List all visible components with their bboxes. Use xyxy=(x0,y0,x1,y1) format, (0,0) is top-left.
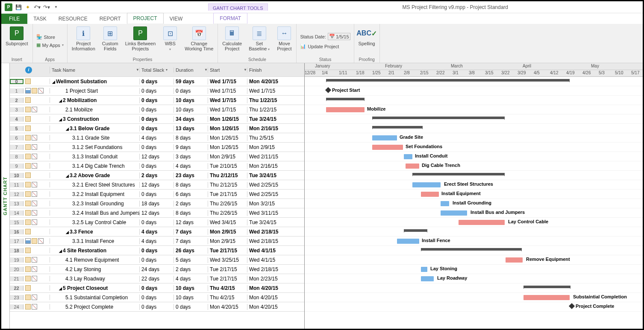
slack-cell[interactable]: 18 days xyxy=(140,201,174,207)
finish-cell[interactable]: Wed 2/18/15 xyxy=(247,266,292,272)
task-name-cell[interactable]: 3.1.3 Install Conduit xyxy=(50,154,140,160)
start-cell[interactable]: Mon 2/9/15 xyxy=(208,238,247,244)
finish-cell[interactable]: Tue 3/24/15 xyxy=(247,219,292,225)
finish-cell[interactable]: Mon 4/20/15 xyxy=(247,304,292,310)
duration-cell[interactable]: 23 days xyxy=(174,172,208,178)
finish-cell[interactable]: Mon 4/20/15 xyxy=(247,285,292,291)
table-row[interactable]: 153.2.5 Lay Control Cable0 days12 daysWe… xyxy=(10,218,304,227)
finish-cell[interactable]: Mon 3/2/15 xyxy=(247,201,292,207)
duration-cell[interactable]: 8 days xyxy=(174,182,208,188)
tab-file[interactable]: FILE xyxy=(1,14,27,24)
start-header[interactable]: Start▼ xyxy=(208,67,247,73)
task-name-cell[interactable]: 3.2.5 Lay Control Cable xyxy=(50,219,140,225)
task-bar[interactable] xyxy=(421,276,434,281)
task-bar[interactable] xyxy=(421,267,427,272)
table-row[interactable]: 235.1 Substaintial Completion0 days10 da… xyxy=(10,293,304,302)
finish-cell[interactable]: Mon 2/16/15 xyxy=(247,163,292,169)
subproject-button[interactable]: P Subproject xyxy=(5,26,29,47)
filter-arrow-icon[interactable]: ▼ xyxy=(244,68,247,72)
start-cell[interactable]: Thu 2/26/15 xyxy=(208,201,247,207)
task-name-cell[interactable]: 4.1 Remove Equipment xyxy=(50,257,140,263)
task-name-cell[interactable]: ◢3.3 Fence xyxy=(50,229,140,235)
filter-arrow-icon[interactable]: ▾ xyxy=(166,68,168,72)
finish-cell[interactable]: Mon 2/16/15 xyxy=(247,126,292,131)
task-name-cell[interactable]: 3.3.1 Install Fence xyxy=(50,238,140,244)
collapse-icon[interactable]: ◢ xyxy=(59,249,62,253)
collapse-icon[interactable]: ◢ xyxy=(59,286,62,291)
slack-cell[interactable]: 0 days xyxy=(140,79,174,85)
filter-arrow-icon[interactable]: ▼ xyxy=(136,68,139,72)
slack-cell[interactable]: 0 days xyxy=(140,107,174,113)
summary-bar[interactable] xyxy=(523,286,570,288)
summary-bar[interactable] xyxy=(326,98,365,100)
table-row[interactable]: 63.1.1 Grade Site4 days8 daysMon 1/26/15… xyxy=(10,133,304,143)
slack-cell[interactable]: 0 days xyxy=(140,144,174,150)
slack-cell[interactable]: 0 days xyxy=(140,88,174,94)
set-baseline-button[interactable]: ≣Set Baseline ▾ xyxy=(248,26,271,53)
redo-icon[interactable]: ↷▾ xyxy=(43,4,50,11)
finish-cell[interactable]: Wed 4/1/15 xyxy=(247,248,292,254)
finish-cell[interactable]: Wed 2/11/15 xyxy=(247,154,292,160)
collapse-icon[interactable]: ◢ xyxy=(65,230,69,234)
slack-cell[interactable]: 0 days xyxy=(140,163,174,169)
calculate-project-button[interactable]: 🖩Calculate Project xyxy=(221,26,243,52)
task-name-cell[interactable]: ◢2 Mobilization xyxy=(50,97,140,103)
duration-cell[interactable]: 7 days xyxy=(174,238,208,244)
slack-cell[interactable]: 4 days xyxy=(140,135,174,141)
duration-cell[interactable]: 13 days xyxy=(174,126,208,131)
task-bar[interactable] xyxy=(372,145,403,150)
row-id[interactable]: 22 xyxy=(10,286,24,291)
row-id[interactable]: 7 xyxy=(10,145,24,150)
table-row[interactable]: 18◢4 Site Restoration0 days26 daysTue 2/… xyxy=(10,246,304,255)
row-id[interactable]: 24 xyxy=(10,304,24,310)
update-project-button[interactable]: 📊Update Project xyxy=(300,43,339,50)
slack-cell[interactable]: 4 days xyxy=(140,229,174,235)
task-bar[interactable] xyxy=(404,154,412,159)
slack-cell[interactable]: 12 days xyxy=(140,154,174,160)
duration-cell[interactable]: 8 days xyxy=(174,135,208,141)
start-cell[interactable]: Thu 2/26/15 xyxy=(208,210,247,216)
row-id[interactable]: 0 xyxy=(10,79,24,84)
custom-fields-button[interactable]: ⊞Custom Fields xyxy=(101,26,119,52)
start-cell[interactable]: Wed 1/7/15 xyxy=(208,79,247,85)
start-cell[interactable]: Mon 2/9/15 xyxy=(208,229,247,235)
start-cell[interactable]: Mon 4/20/15 xyxy=(208,304,247,310)
gantt-chart[interactable]: JanuaryFebruaryMarchAprilMay 12/281/41/1… xyxy=(305,63,643,329)
duration-cell[interactable]: 4 days xyxy=(174,163,208,169)
table-row[interactable]: 2◢2 Mobilization0 days10 daysWed 1/7/15T… xyxy=(10,96,304,105)
table-row[interactable]: 10◢3.2 Above Grade2 days23 daysThu 2/12/… xyxy=(10,171,304,180)
save-icon[interactable]: 💾 xyxy=(15,4,22,11)
table-row[interactable]: 11 Project Start0 days0 daysWed 1/7/15We… xyxy=(10,86,304,96)
tab-resource[interactable]: RESOURCE xyxy=(53,14,94,24)
slack-cell[interactable]: 0 days xyxy=(140,126,174,131)
row-id[interactable]: 13 xyxy=(10,201,24,206)
start-cell[interactable]: Tue 2/17/15 xyxy=(208,266,247,272)
task-name-cell[interactable]: 3.2.3 Install Grounding xyxy=(50,201,140,207)
table-row[interactable]: 245.2 Project Complete0 days0 daysMon 4/… xyxy=(10,302,304,312)
row-id[interactable]: 12 xyxy=(10,192,24,197)
row-id[interactable]: 1 xyxy=(10,88,24,93)
slack-cell[interactable]: 0 days xyxy=(140,304,174,310)
table-row[interactable]: 143.2.4 Install Bus and Jumpers12 days8 … xyxy=(10,208,304,218)
start-cell[interactable]: Wed 3/25/15 xyxy=(208,257,247,263)
summary-bar[interactable] xyxy=(412,173,505,175)
row-id[interactable]: 16 xyxy=(10,229,24,234)
summary-bar[interactable] xyxy=(326,79,570,82)
task-bar[interactable] xyxy=(397,239,419,244)
row-id[interactable]: 6 xyxy=(10,135,24,140)
task-bar[interactable] xyxy=(441,210,467,216)
store-button[interactable]: 🏪Store xyxy=(36,33,55,41)
duration-header[interactable]: Duration▼ xyxy=(174,67,208,73)
collapse-icon[interactable]: ◢ xyxy=(65,127,69,131)
task-name-cell[interactable]: ◢3 Construction xyxy=(50,116,140,122)
finish-cell[interactable]: Tue 3/24/15 xyxy=(247,172,292,178)
finish-cell[interactable]: Thu 1/22/15 xyxy=(247,107,292,113)
task-name-cell[interactable]: 5.1 Substaintial Completion xyxy=(50,295,140,301)
start-cell[interactable]: Wed 3/4/15 xyxy=(208,219,247,225)
start-cell[interactable]: Mon 1/26/15 xyxy=(208,116,247,122)
table-row[interactable]: 113.2.1 Erect Steel Structures12 days8 d… xyxy=(10,180,304,190)
finish-cell[interactable]: Wed 2/25/15 xyxy=(247,182,292,188)
move-project-button[interactable]: ↔Move Project xyxy=(276,26,293,52)
slack-cell[interactable]: 22 days xyxy=(140,276,174,282)
table-row[interactable]: 83.1.3 Install Conduit12 days3 daysMon 2… xyxy=(10,152,304,161)
